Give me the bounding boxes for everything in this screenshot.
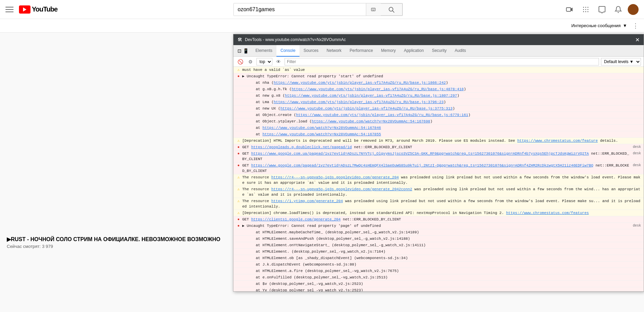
- devtools-tabs: ⊡ 📱 Elements Console Sources Network Per…: [233, 45, 644, 57]
- tab-network[interactable]: Network: [323, 45, 346, 57]
- console-link[interactable]: https://r4---sn-ugpva5o-ig3s.googlevideo…: [271, 175, 399, 179]
- youtube-logo[interactable]: YouTube: [19, 5, 58, 14]
- error-icon: ●: [236, 74, 241, 79]
- console-line: at HTMLElement.ob [as _shady_dispatchEve…: [233, 255, 644, 261]
- viewers-count: 3 979: [42, 244, 53, 249]
- devtools-inspect-icon[interactable]: ⊡: [237, 48, 242, 54]
- empty-icon: [250, 80, 254, 85]
- console-line: ⚠ must have a valid `as` value: [233, 67, 644, 73]
- console-line: at HTMLElement. (desktop_polymer_sel_-vg…: [233, 249, 644, 255]
- console-link[interactable]: https://www.youtube.com/watch?v=Nx28VOum…: [263, 132, 381, 136]
- tab-sources[interactable]: Sources: [299, 45, 323, 57]
- tab-application[interactable]: Application: [400, 45, 428, 57]
- devtools-device-icon[interactable]: 📱: [243, 48, 249, 54]
- user-avatar[interactable]: [628, 4, 639, 15]
- console-link[interactable]: https://www.google.com/pagead/1vz7evtid=…: [251, 163, 593, 168]
- console-link[interactable]: https://www.youtube.com/watch?v=Nx28VOum…: [263, 126, 381, 130]
- svg-rect-3: [566, 7, 571, 11]
- console-link[interactable]: https://www.youtube.com/yts/jsbin/player…: [274, 81, 446, 85]
- console-link[interactable]: https://googleads.g.doubleclick.net/page…: [251, 145, 352, 149]
- console-link[interactable]: https://www.google.com.ua/pagead/1vz7evt…: [251, 152, 589, 156]
- console-line-text: ▶ Uncaught TypeError: Cannot read proper…: [242, 223, 630, 229]
- notification-more-icon[interactable]: ⋮: [632, 22, 639, 30]
- console-line-text: at Object.ytplayer.load (https://www.you…: [256, 119, 641, 124]
- console-line-text: at https://www.youtube.com/watch?v=Nx28V…: [256, 132, 641, 137]
- search-button[interactable]: [381, 3, 402, 16]
- context-select[interactable]: top: [256, 58, 272, 65]
- svg-point-7: [587, 7, 588, 8]
- tab-memory[interactable]: Memory: [377, 45, 400, 57]
- tab-console[interactable]: Console: [276, 45, 299, 57]
- chat-icon[interactable]: [595, 3, 609, 16]
- console-line-text: GET https://www.google.com/pagead/1vz7ev…: [242, 163, 630, 174]
- notification-text: Интересные сообщения: [571, 23, 621, 28]
- console-link[interactable]: https://www.youtube.com/yts/jsbin/player…: [274, 100, 444, 104]
- console-link[interactable]: https://www.youtube.com/yts/jsbin/player…: [296, 113, 468, 117]
- console-link[interactable]: https://www.youtube.com/watch?v=Nx28VOum…: [312, 119, 430, 123]
- console-line: ⚠The resource https://r4---sn-ugpva5o-ig…: [233, 174, 644, 186]
- console-line: ⚠The resource https://i.ytimg.com/genera…: [233, 198, 644, 210]
- console-link[interactable]: https://i.ytimg.com/generate_204: [271, 199, 343, 203]
- console-line-text: at HTMLElement.ob [as _shady_dispatchEve…: [256, 255, 641, 261]
- console-link[interactable]: https://www.chromestatus.com/feature: [517, 139, 598, 143]
- tab-performance[interactable]: Performance: [346, 45, 377, 57]
- console-link[interactable]: https://www.youtube.com/yts/jsbin/player…: [292, 87, 464, 91]
- clear-console-icon[interactable]: 🚫: [236, 58, 244, 66]
- devtools-title: DevTools - www.youtube.com/watch?v=Nx28V…: [245, 37, 632, 42]
- tab-elements[interactable]: Elements: [251, 45, 276, 57]
- console-line: at https://www.youtube.com/watch?v=Nx28V…: [233, 131, 644, 138]
- empty-icon: [250, 132, 254, 137]
- devtools-titlebar: 🛠 DevTools - www.youtube.com/watch?v=Nx2…: [233, 34, 644, 45]
- menu-icon[interactable]: [5, 5, 14, 14]
- devtools-icon: 🛠: [237, 37, 242, 42]
- notifications-icon[interactable]: [611, 3, 625, 16]
- settings-icon[interactable]: ⚙: [246, 58, 254, 66]
- search-input[interactable]: [234, 3, 366, 16]
- console-line: ●▶ Uncaught TypeError: Cannot read prope…: [233, 223, 644, 229]
- error-icon: ●: [236, 163, 241, 168]
- header-left: YouTube: [5, 5, 73, 14]
- empty-icon: [250, 269, 254, 273]
- level-select[interactable]: Default levels ▼: [601, 58, 641, 65]
- console-line-text: GET https://clients1.google.com/generate…: [242, 217, 641, 222]
- keyboard-icon[interactable]: [366, 3, 381, 16]
- console-line: at HTMLElement.onYtNavigateStart_ (deskt…: [233, 242, 644, 249]
- notification-bar: Интересные сообщения ▼ ⋮: [0, 19, 644, 33]
- notification-chevron-icon[interactable]: ▼: [623, 23, 627, 28]
- empty-icon: [250, 106, 254, 111]
- youtube-logo-icon: [19, 5, 30, 14]
- console-line-text: must have a valid `as` value: [242, 67, 641, 73]
- empty-icon: [250, 93, 254, 98]
- console-link[interactable]: https://r4---sn-ugpva5o-ig3s.googlevideo…: [271, 187, 412, 191]
- console-line: at https://www.youtube.com/watch?v=Nx28V…: [233, 125, 644, 131]
- console-link[interactable]: https://www.youtube.com/yts/jsbin/player…: [285, 94, 457, 98]
- eye-icon[interactable]: 👁: [274, 58, 283, 66]
- svg-point-5: [583, 7, 584, 8]
- empty-icon: [250, 249, 254, 254]
- console-line: at HTMLElement.a.fire (desktop_polymer_s…: [233, 268, 644, 274]
- warn-icon: ⚠: [236, 138, 241, 143]
- console-line: at Lma (https://www.youtube.com/yts/jsbi…: [233, 99, 644, 105]
- empty-icon: [250, 281, 254, 286]
- devtools-close-icon[interactable]: ✕: [635, 37, 640, 43]
- console-line-text: at HTMLElement.saveAndPush (desktop_poly…: [256, 236, 641, 241]
- filter-input[interactable]: [285, 58, 599, 65]
- apps-icon[interactable]: [579, 3, 593, 16]
- console-line: at J.k.dispatchEvent (webcomponents-sd.j…: [233, 261, 644, 268]
- console-line: at Object.create (https://www.youtube.co…: [233, 112, 644, 118]
- console-link[interactable]: https://www.youtube.com/yts/jsbin/player…: [281, 106, 453, 111]
- console-line-text: GET https://googleads.g.doubleclick.net/…: [242, 144, 630, 150]
- console-output[interactable]: ⚠ must have a valid `as` value●▶ Uncaugh…: [233, 67, 644, 291]
- video-call-icon[interactable]: [563, 3, 576, 16]
- tab-audits[interactable]: Audits: [451, 45, 470, 57]
- console-line-text: ▶ Uncaught TypeError: Cannot read proper…: [242, 74, 641, 79]
- svg-point-8: [583, 9, 584, 10]
- devtools-panel: 🛠 DevTools - www.youtube.com/watch?v=Nx2…: [233, 34, 644, 292]
- console-line: ●GET https://www.google.com/pagead/1vz7e…: [233, 162, 644, 174]
- empty-icon: [250, 230, 254, 235]
- console-link[interactable]: https://clients1.google.com/generate_204: [251, 217, 340, 221]
- tab-security[interactable]: Security: [428, 45, 451, 57]
- console-link[interactable]: https://www.chromestatus.com/features: [506, 211, 589, 215]
- empty-icon: [250, 87, 254, 92]
- console-line-text: at nha (https://www.youtube.com/yts/jsbi…: [256, 80, 641, 85]
